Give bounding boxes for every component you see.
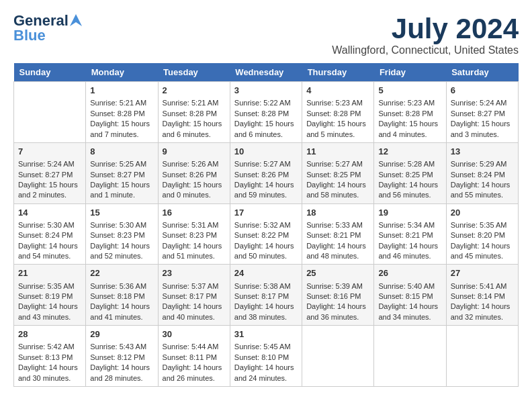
day-number: 15 [90, 207, 153, 219]
cell-w2-d7: 13 Sunrise: 5:29 AM Sunset: 8:24 PM Dayl… [446, 142, 518, 203]
col-sunday: Sunday [14, 63, 86, 82]
daylight-text: Daylight: 14 hours and 43 minutes. [18, 302, 78, 320]
daylight-text: Daylight: 14 hours and 51 minutes. [163, 242, 222, 260]
daylight-text: Daylight: 15 hours and 1 minute. [90, 181, 150, 199]
daylight-text: Daylight: 14 hours and 34 minutes. [378, 302, 438, 320]
cell-w5-d4: 31 Sunrise: 5:45 AM Sunset: 8:10 PM Dayl… [230, 326, 302, 387]
col-tuesday: Tuesday [158, 63, 230, 82]
col-wednesday: Wednesday [230, 63, 302, 82]
daylight-text: Daylight: 14 hours and 30 minutes. [18, 363, 78, 381]
sunrise-text: Sunrise: 5:27 AM [234, 160, 291, 168]
sunset-text: Sunset: 8:26 PM [234, 171, 289, 179]
daylight-text: Daylight: 14 hours and 54 minutes. [18, 242, 78, 260]
daylight-text: Daylight: 14 hours and 55 minutes. [451, 181, 511, 199]
sunrise-text: Sunrise: 5:29 AM [451, 160, 507, 168]
sunset-text: Sunset: 8:28 PM [163, 109, 217, 118]
cell-w2-d3: 9 Sunrise: 5:26 AM Sunset: 8:26 PM Dayli… [158, 142, 230, 203]
sunset-text: Sunset: 8:11 PM [163, 353, 217, 361]
daylight-text: Daylight: 14 hours and 46 minutes. [378, 242, 438, 260]
daylight-text: Daylight: 14 hours and 45 minutes. [451, 242, 511, 260]
cell-w3-d3: 16 Sunrise: 5:31 AM Sunset: 8:23 PM Dayl… [158, 203, 230, 265]
sunrise-text: Sunrise: 5:39 AM [306, 282, 363, 290]
sunrise-text: Sunrise: 5:42 AM [18, 342, 75, 351]
cell-w3-d6: 19 Sunrise: 5:34 AM Sunset: 8:21 PM Dayl… [374, 203, 446, 265]
sunrise-text: Sunrise: 5:23 AM [378, 99, 435, 107]
day-number: 19 [378, 207, 441, 219]
daylight-text: Daylight: 14 hours and 28 minutes. [90, 363, 150, 381]
sunrise-text: Sunrise: 5:34 AM [378, 221, 435, 229]
day-number: 23 [163, 267, 226, 279]
cell-w5-d3: 30 Sunrise: 5:44 AM Sunset: 8:11 PM Dayl… [158, 326, 230, 387]
svg-marker-0 [70, 14, 82, 26]
day-number: 17 [234, 207, 298, 219]
cell-w4-d7: 27 Sunrise: 5:41 AM Sunset: 8:14 PM Dayl… [446, 265, 518, 326]
cell-w3-d4: 17 Sunrise: 5:32 AM Sunset: 8:22 PM Dayl… [230, 203, 302, 265]
header-row: Sunday Monday Tuesday Wednesday Thursday… [14, 63, 519, 82]
week-row-2: 7 Sunrise: 5:24 AM Sunset: 8:27 PM Dayli… [14, 142, 519, 203]
sunset-text: Sunset: 8:22 PM [234, 231, 289, 239]
sunset-text: Sunset: 8:14 PM [451, 292, 505, 300]
cell-w2-d1: 7 Sunrise: 5:24 AM Sunset: 8:27 PM Dayli… [14, 142, 86, 203]
sunrise-text: Sunrise: 5:37 AM [163, 282, 219, 290]
cell-w3-d5: 18 Sunrise: 5:33 AM Sunset: 8:21 PM Dayl… [302, 203, 374, 265]
cell-w4-d5: 25 Sunrise: 5:39 AM Sunset: 8:16 PM Dayl… [302, 265, 374, 326]
cell-w1-d4: 3 Sunrise: 5:22 AM Sunset: 8:28 PM Dayli… [230, 82, 302, 143]
sunset-text: Sunset: 8:13 PM [18, 353, 73, 361]
cell-w1-d6: 5 Sunrise: 5:23 AM Sunset: 8:28 PM Dayli… [374, 82, 446, 143]
cell-w1-d2: 1 Sunrise: 5:21 AM Sunset: 8:28 PM Dayli… [86, 82, 158, 143]
sunset-text: Sunset: 8:27 PM [451, 109, 505, 118]
col-saturday: Saturday [446, 63, 518, 82]
cell-w4-d4: 24 Sunrise: 5:38 AM Sunset: 8:17 PM Dayl… [230, 265, 302, 326]
sunrise-text: Sunrise: 5:28 AM [378, 160, 435, 168]
location-subtitle: Wallingford, Connecticut, United States [332, 44, 519, 56]
day-number: 20 [451, 207, 514, 219]
sunrise-text: Sunrise: 5:26 AM [163, 160, 219, 168]
sunset-text: Sunset: 8:12 PM [90, 353, 144, 361]
calendar-table: Sunday Monday Tuesday Wednesday Thursday… [13, 63, 519, 387]
sunset-text: Sunset: 8:28 PM [378, 109, 433, 118]
daylight-text: Daylight: 14 hours and 26 minutes. [163, 363, 222, 381]
sunset-text: Sunset: 8:15 PM [378, 292, 433, 300]
daylight-text: Daylight: 15 hours and 7 minutes. [90, 120, 150, 138]
day-number: 16 [163, 207, 226, 219]
daylight-text: Daylight: 14 hours and 56 minutes. [378, 181, 438, 199]
sunset-text: Sunset: 8:28 PM [234, 109, 289, 118]
daylight-text: Daylight: 14 hours and 58 minutes. [306, 181, 366, 199]
day-number: 24 [234, 267, 298, 279]
sunrise-text: Sunrise: 5:43 AM [90, 342, 146, 351]
sunrise-text: Sunrise: 5:38 AM [234, 282, 291, 290]
cell-w4-d2: 22 Sunrise: 5:36 AM Sunset: 8:18 PM Dayl… [86, 265, 158, 326]
daylight-text: Daylight: 15 hours and 3 minutes. [451, 120, 511, 138]
day-number: 28 [18, 328, 81, 340]
daylight-text: Daylight: 14 hours and 48 minutes. [306, 242, 366, 260]
sunset-text: Sunset: 8:16 PM [306, 292, 361, 300]
cell-w3-d2: 15 Sunrise: 5:30 AM Sunset: 8:23 PM Dayl… [86, 203, 158, 265]
daylight-text: Daylight: 15 hours and 6 minutes. [163, 120, 222, 138]
cell-w4-d3: 23 Sunrise: 5:37 AM Sunset: 8:17 PM Dayl… [158, 265, 230, 326]
sunset-text: Sunset: 8:27 PM [18, 171, 73, 179]
day-number: 4 [306, 85, 369, 97]
daylight-text: Daylight: 14 hours and 41 minutes. [90, 302, 150, 320]
sunrise-text: Sunrise: 5:21 AM [90, 99, 146, 107]
sunset-text: Sunset: 8:26 PM [163, 171, 217, 179]
sunrise-text: Sunrise: 5:36 AM [90, 282, 146, 290]
day-number: 27 [451, 267, 514, 279]
daylight-text: Daylight: 14 hours and 50 minutes. [234, 242, 294, 260]
cell-w5-d7 [446, 326, 518, 387]
week-row-3: 14 Sunrise: 5:30 AM Sunset: 8:24 PM Dayl… [14, 203, 519, 265]
sunrise-text: Sunrise: 5:35 AM [18, 282, 75, 290]
month-title: July 2024 [332, 13, 519, 44]
sunrise-text: Sunrise: 5:23 AM [306, 99, 363, 107]
cell-w1-d5: 4 Sunrise: 5:23 AM Sunset: 8:28 PM Dayli… [302, 82, 374, 143]
week-row-4: 21 Sunrise: 5:35 AM Sunset: 8:19 PM Dayl… [14, 265, 519, 326]
sunrise-text: Sunrise: 5:25 AM [90, 160, 146, 168]
sunset-text: Sunset: 8:10 PM [234, 353, 289, 361]
sunrise-text: Sunrise: 5:22 AM [234, 99, 291, 107]
sunrise-text: Sunrise: 5:45 AM [234, 342, 291, 351]
week-row-5: 28 Sunrise: 5:42 AM Sunset: 8:13 PM Dayl… [14, 326, 519, 387]
sunrise-text: Sunrise: 5:33 AM [306, 221, 363, 229]
sunset-text: Sunset: 8:24 PM [451, 171, 505, 179]
week-row-1: 1 Sunrise: 5:21 AM Sunset: 8:28 PM Dayli… [14, 82, 519, 143]
cell-w5-d2: 29 Sunrise: 5:43 AM Sunset: 8:12 PM Dayl… [86, 326, 158, 387]
cell-w1-d7: 6 Sunrise: 5:24 AM Sunset: 8:27 PM Dayli… [446, 82, 518, 143]
